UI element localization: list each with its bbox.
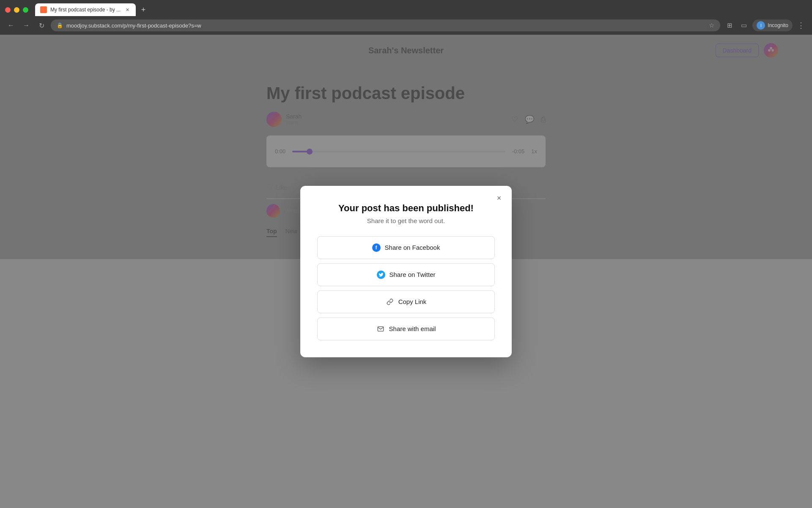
address-bar[interactable]: 🔒 moodjoy.substack.com/p/my-first-podcas…	[51, 19, 720, 31]
share-facebook-button[interactable]: f Share on Facebook	[317, 236, 495, 259]
bookmark-icon[interactable]: ☆	[709, 22, 714, 29]
tab-title: My first podcast episode - by ...	[50, 7, 121, 13]
modal-close-button[interactable]: ×	[493, 193, 505, 204]
share-modal: × Your post has been published! Share it…	[300, 186, 512, 260]
forward-button[interactable]: →	[20, 19, 32, 31]
tab-close-button[interactable]: ✕	[124, 6, 131, 13]
maximize-window-button[interactable]	[23, 7, 28, 13]
profile-avatar: I	[757, 21, 765, 30]
page-content: Sarah's Newsletter Dashboard My first po…	[0, 35, 812, 259]
profile-label: Incognito	[768, 22, 788, 28]
modal-subtitle: Share it to get the word out.	[317, 217, 495, 224]
extensions-icon[interactable]: ⊞	[724, 19, 735, 31]
facebook-icon: f	[372, 243, 381, 252]
tab-favicon-icon	[40, 6, 47, 13]
browser-tab[interactable]: My first podcast episode - by ... ✕	[35, 3, 136, 16]
browser-titlebar: My first podcast episode - by ... ✕ +	[0, 0, 812, 16]
lock-icon: 🔒	[57, 22, 63, 28]
refresh-button[interactable]: ↻	[36, 19, 47, 31]
more-options-button[interactable]: ⋮	[795, 19, 807, 31]
close-window-button[interactable]	[5, 7, 11, 13]
toolbar-right: ⊞ ▭ I Incognito ⋮	[724, 19, 807, 31]
window-controls	[5, 7, 28, 13]
browser-toolbar: ← → ↻ 🔒 moodjoy.substack.com/p/my-first-…	[0, 16, 812, 35]
minimize-window-button[interactable]	[14, 7, 19, 13]
modal-backdrop: × Your post has been published! Share it…	[0, 35, 812, 259]
browser-chrome: My first podcast episode - by ... ✕ + ← …	[0, 0, 812, 35]
modal-title: Your post has been published!	[317, 203, 495, 214]
profile-pill[interactable]: I Incognito	[752, 19, 793, 31]
new-tab-button[interactable]: +	[137, 4, 149, 16]
address-text: moodjoy.substack.com/p/my-first-podcast-…	[66, 22, 201, 29]
cast-icon[interactable]: ▭	[738, 19, 750, 31]
share-facebook-label: Share on Facebook	[385, 244, 440, 251]
back-button[interactable]: ←	[5, 19, 17, 31]
